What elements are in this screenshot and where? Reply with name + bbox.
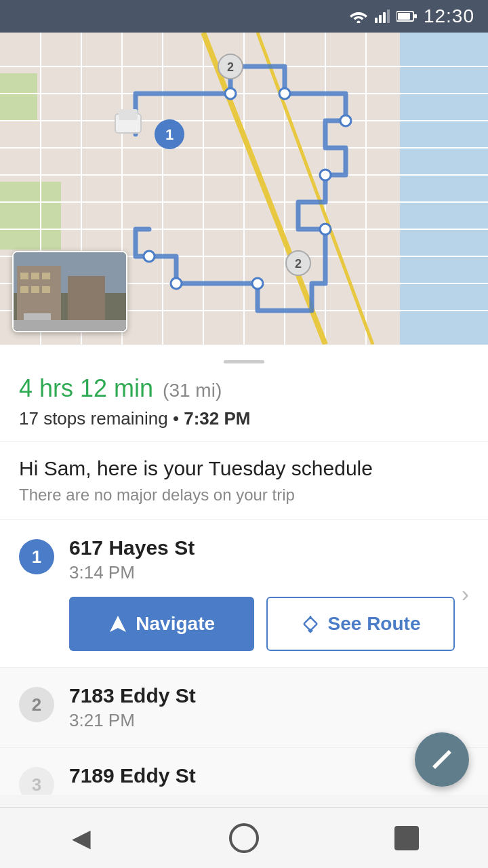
bottom-nav: ◀ [0,807,488,868]
svg-rect-1 [375,18,378,23]
see-route-icon [301,614,320,633]
svg-rect-62 [14,320,127,332]
navigate-icon [108,614,127,633]
travel-time-row: 4 hrs 12 min (31 mi) [19,374,469,403]
svg-point-0 [357,21,360,24]
svg-rect-6 [398,13,410,20]
stop-square-icon [394,826,419,850]
schedule-subtitle: There are no major delays on your trip [19,486,469,505]
stop-item-1[interactable]: 1 617 Hayes St 3:14 PM Navigate [0,519,488,667]
home-nav-button[interactable] [224,818,264,859]
svg-rect-3 [383,12,386,23]
status-time: 12:30 [424,5,474,27]
stops-row: 17 stops remaining • 7:32 PM [19,408,469,429]
stop-address-2: 7183 Eddy St [69,684,469,707]
drag-handle[interactable] [224,360,264,363]
stop-time-1: 3:14 PM [69,562,455,583]
map-area[interactable]: 2 2 1 [0,33,488,344]
chevron-right-1: › [462,580,469,607]
stop-details-1: 617 Hayes St 3:14 PM Navigate [69,536,455,651]
svg-point-34 [279,88,290,99]
wifi-icon [349,9,368,23]
travel-distance: (31 mi) [163,380,222,401]
back-nav-button[interactable]: ◀ [61,818,102,859]
schedule-section: Hi Sam, here is your Tuesday schedule Th… [0,442,488,519]
svg-rect-54 [31,273,39,279]
stop-address-1: 617 Hayes St [69,536,455,559]
info-panel: 4 hrs 12 min (31 mi) 17 stops remaining … [0,344,488,441]
battery-icon [396,10,417,22]
stop-number-2: 2 [19,687,54,722]
edit-fab[interactable] [415,732,469,787]
svg-text:1: 1 [165,126,174,143]
stop-details-3-partial: 7189 Eddy St [69,764,469,790]
status-bar: 12:30 [0,0,488,33]
home-circle-icon [229,823,259,853]
svg-rect-46 [119,109,138,120]
svg-point-33 [225,88,236,99]
svg-rect-4 [387,9,390,23]
stop-nav-button[interactable] [386,818,427,859]
svg-rect-53 [20,273,28,279]
signal-icon [375,9,390,23]
svg-rect-11 [0,73,37,121]
svg-rect-64 [304,617,317,631]
svg-rect-56 [20,286,28,293]
see-route-button[interactable]: See Route [266,597,454,651]
stops-remaining-text: 17 stops remaining [19,408,168,429]
svg-point-38 [252,278,263,289]
svg-rect-59 [24,313,51,320]
see-route-label: See Route [328,613,421,635]
action-buttons: Navigate See Route [69,597,455,651]
svg-rect-9 [400,33,488,344]
svg-text:2: 2 [227,60,234,74]
travel-time: 4 hrs 12 min [19,374,153,403]
svg-rect-55 [42,273,50,279]
navigate-label: Navigate [136,613,215,635]
stop-number-3-partial: 3 [19,767,54,795]
edit-icon [430,747,454,772]
svg-rect-10 [0,182,61,250]
svg-rect-60 [68,276,105,320]
svg-text:2: 2 [295,257,302,271]
svg-point-39 [171,278,182,289]
svg-point-36 [320,170,331,180]
navigate-button[interactable]: Navigate [69,597,254,651]
status-icons: 12:30 [349,5,474,27]
svg-point-40 [144,251,155,262]
arrival-time: 7:32 PM [184,408,250,429]
back-icon: ◀ [72,824,91,852]
arrival-dot: • [173,408,184,429]
svg-rect-2 [379,15,382,23]
svg-marker-63 [110,616,126,632]
svg-rect-7 [414,14,417,18]
stop-item-2[interactable]: 2 7183 Eddy St 3:21 PM [0,667,488,747]
svg-point-37 [320,224,331,235]
stop-address-3-partial: 7189 Eddy St [69,764,469,787]
stop-number-1: 1 [19,539,54,574]
stop-time-2: 3:21 PM [69,710,469,731]
street-photo-thumbnail[interactable]: 🚲 [12,251,127,332]
svg-rect-57 [31,286,39,293]
svg-point-35 [340,115,351,126]
schedule-greeting: Hi Sam, here is your Tuesday schedule [19,457,469,480]
svg-rect-58 [42,286,50,293]
stop-details-2: 7183 Eddy St 3:21 PM [69,684,469,731]
